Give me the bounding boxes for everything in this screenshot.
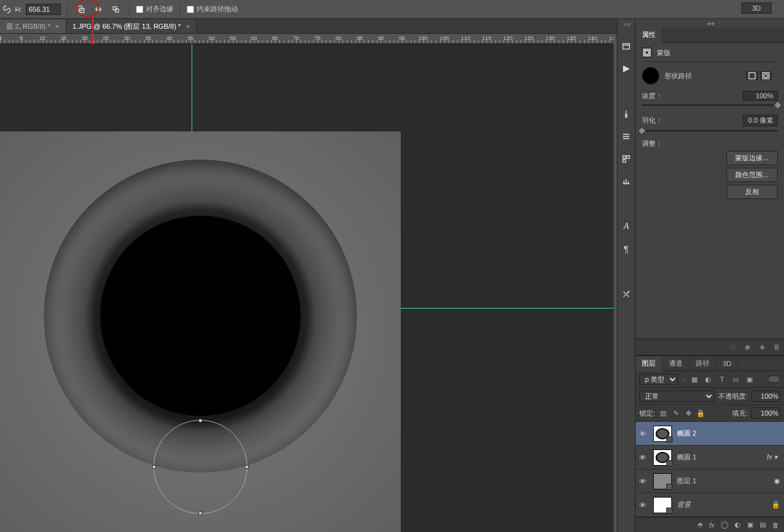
panel-dock-strip: ◀◀ A ¶: [617, 19, 636, 532]
mask-thumbnail[interactable]: [642, 67, 659, 84]
adjustment-layer-icon[interactable]: ◐: [735, 521, 741, 529]
filter-pixel-icon[interactable]: ▦: [689, 374, 699, 384]
brush-icon[interactable]: [620, 108, 632, 120]
selection-circle[interactable]: [153, 420, 247, 514]
layer-mask-icon[interactable]: ◯: [721, 521, 728, 529]
filter-adjust-icon[interactable]: ◐: [703, 374, 713, 384]
feather-label: 羽化：: [642, 116, 679, 125]
transform-handle[interactable]: [245, 465, 249, 469]
layers-tab[interactable]: 图层: [636, 356, 663, 371]
constrain-drag-checkbox[interactable]: 约束路径拖动: [187, 4, 238, 14]
tools-icon[interactable]: [620, 288, 632, 300]
link-layers-icon[interactable]: ⬘: [698, 521, 703, 529]
h-input[interactable]: [26, 4, 61, 15]
3d-button[interactable]: 3D: [741, 3, 771, 14]
feather-value[interactable]: 0.0 像素: [743, 115, 778, 126]
lock-icon: 🔒: [771, 501, 780, 509]
layer-fx-icon[interactable]: fx: [709, 521, 714, 529]
blend-mode-select[interactable]: 正常: [639, 391, 714, 402]
filter-shape-icon[interactable]: ▭: [731, 374, 741, 384]
document-tab[interactable]: 1.JPG @ 66.7% (图层 13, RGB/8) *×: [66, 19, 197, 33]
mask-edge-button[interactable]: 蒙版边缘...: [726, 151, 778, 165]
filter-smart-icon[interactable]: ▣: [745, 374, 755, 384]
color-range-button[interactable]: 颜色范围...: [726, 168, 778, 182]
toggle-mask-icon[interactable]: ◉: [745, 343, 751, 351]
adjustments-icon[interactable]: [620, 175, 632, 188]
layer-row[interactable]: 👁椭圆 2: [636, 422, 784, 446]
lock-image-icon[interactable]: ✎: [671, 409, 680, 417]
swatches-icon[interactable]: [620, 153, 632, 165]
3d-tab[interactable]: 3D: [716, 356, 738, 371]
character-icon[interactable]: A: [620, 220, 632, 233]
delete-layer-icon[interactable]: 🗑: [772, 521, 779, 529]
paths-tab[interactable]: 路径: [689, 356, 716, 371]
history-icon[interactable]: [620, 40, 632, 53]
transform-handle[interactable]: [199, 511, 202, 515]
visibility-eye-icon[interactable]: 👁: [639, 430, 648, 437]
lock-all-icon[interactable]: 🔒: [696, 409, 705, 417]
visibility-eye-icon[interactable]: 👁: [639, 454, 648, 461]
layer-name[interactable]: 背景: [677, 500, 766, 509]
filter-type-icon[interactable]: T: [717, 374, 727, 384]
filter-type-select[interactable]: ρ 类型: [639, 374, 678, 385]
layer-group-icon[interactable]: ▣: [747, 521, 753, 529]
layer-name[interactable]: 椭圆 1: [677, 453, 761, 462]
invert-button[interactable]: 反相: [726, 185, 778, 199]
apply-mask-icon[interactable]: ◈: [760, 343, 765, 351]
channels-tab[interactable]: 通道: [663, 356, 689, 371]
adjust-label: 调整：: [642, 139, 778, 148]
svg-rect-2: [113, 6, 116, 9]
path-combine-icon[interactable]: [74, 3, 88, 16]
density-label: 浓度：: [642, 91, 679, 101]
document-canvas[interactable]: [0, 131, 401, 532]
density-slider[interactable]: [642, 102, 778, 108]
properties-tab[interactable]: 属性: [636, 28, 663, 43]
opacity-input[interactable]: [751, 391, 780, 402]
panel-gripper[interactable]: ◀◀: [636, 19, 784, 28]
properties-panel: 蒙版 形状路径 浓度： 100% 羽化： 0.0 像素 调整： 蒙版边缘... …: [636, 43, 784, 207]
document-tab[interactable]: 圆 2, RGB/8) *×: [0, 19, 66, 33]
transform-handle[interactable]: [199, 419, 202, 422]
delete-mask-icon[interactable]: 🗑: [773, 343, 780, 351]
layer-thumbnail[interactable]: [653, 497, 672, 513]
actions-icon[interactable]: [620, 63, 632, 75]
layers-footer: ⬘ fx ◯ ◐ ▣ ▤ 🗑: [636, 517, 784, 532]
layer-row[interactable]: 👁背景🔒: [636, 493, 784, 517]
layer-fx-badge[interactable]: fx ▾: [766, 453, 778, 461]
layer-thumbnail[interactable]: [653, 473, 672, 489]
separator: [67, 3, 68, 16]
visibility-eye-icon[interactable]: 👁: [639, 478, 648, 485]
feather-slider[interactable]: [642, 128, 778, 134]
canvas-area[interactable]: [0, 44, 614, 532]
layer-row[interactable]: 👁椭圆 1fx ▾: [636, 446, 784, 469]
layer-thumbnail[interactable]: [653, 426, 672, 442]
layer-row[interactable]: 👁图层 1◉: [636, 469, 784, 493]
paragraph-icon[interactable]: ¶: [620, 243, 632, 255]
new-layer-icon[interactable]: ▤: [760, 521, 766, 529]
link-wh-icon[interactable]: [3, 5, 11, 14]
vector-mask-button[interactable]: [760, 71, 771, 80]
layer-name[interactable]: 椭圆 2: [677, 429, 780, 438]
visibility-eye-icon[interactable]: 👁: [639, 501, 648, 509]
filter-toggle[interactable]: [768, 376, 780, 383]
transform-handle[interactable]: [152, 465, 156, 469]
layer-filter-row: ρ 类型 ÷ ▦ ◐ T ▭ ▣: [636, 371, 784, 388]
lock-transparent-icon[interactable]: ▨: [659, 409, 668, 417]
fill-input[interactable]: [751, 407, 780, 419]
fill-label: 填充:: [732, 409, 748, 418]
layer-name[interactable]: 图层 1: [677, 476, 769, 486]
close-icon[interactable]: ×: [55, 23, 59, 30]
path-align-icon[interactable]: [91, 3, 105, 16]
pixel-mask-button[interactable]: [746, 71, 758, 80]
path-arrange-icon[interactable]: [109, 3, 123, 16]
density-value[interactable]: 100%: [743, 91, 778, 101]
horizontal-ruler[interactable]: 0510152025303540455055606570758085909510…: [0, 34, 614, 44]
options-bar: H: 对齐边缘 约束路径拖动 3D: [0, 0, 784, 19]
select-mask-icon[interactable]: ◌: [730, 343, 736, 351]
close-icon[interactable]: ×: [186, 23, 190, 30]
lock-position-icon[interactable]: ✥: [684, 409, 693, 417]
align-edges-checkbox[interactable]: 对齐边缘: [136, 4, 173, 14]
layer-thumbnail[interactable]: [653, 449, 672, 466]
layers-comp-icon[interactable]: [620, 130, 632, 143]
h-label: H:: [15, 6, 22, 13]
